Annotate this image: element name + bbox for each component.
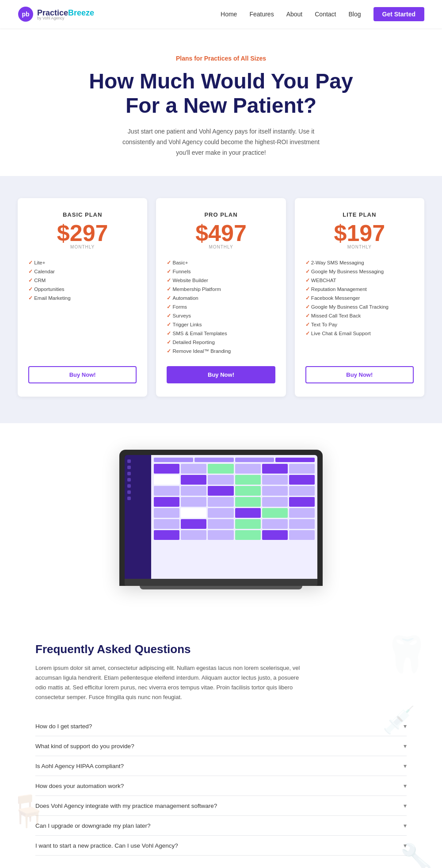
sidebar-dot [127,466,131,469]
chevron-down-icon: ▾ [404,802,407,809]
feature-item: 2-Way SMS Messaging [305,258,414,267]
grid-cell [289,519,315,529]
laptop-base [125,579,317,586]
hero-description: Just start one patient and Vohl Agency p… [115,126,327,158]
grid-cell [235,464,261,474]
grid-cell [181,475,206,485]
grid-cell [208,475,233,485]
grid-cell [154,497,179,507]
nav-features[interactable]: Features [249,11,274,18]
grid-cell [235,519,261,529]
plan-price-basic: $297 [28,222,137,245]
grid-cell [262,519,288,529]
grid-cell [262,508,288,518]
plan-period-lite: MONTHLY [305,245,414,249]
faq-section: 🦷 🪑 💉 🔧 Frequently Asked Questions Lorem… [0,616,442,868]
faq-question[interactable]: Does Vohl Agency integrate with my pract… [35,802,407,809]
sidebar-dot [127,490,131,494]
deco-tooth-icon: 🦷 [385,634,429,675]
grid-cell [181,497,206,507]
chevron-down-icon: ▾ [404,742,407,749]
grid-cell [262,475,288,485]
grid-cell [289,508,315,518]
plan-name-basic: BASIC PLAN [28,211,137,218]
plan-name-pro: PRO PLAN [167,211,275,218]
faq-question[interactable]: Can I upgrade or downgrade my plan later… [35,822,407,829]
screen-main-area [151,455,317,579]
feature-item: WEBCHAT [305,276,414,285]
feature-item: Lite+ [28,258,137,267]
grid-cell [154,486,179,496]
chevron-down-icon: ▾ [404,782,407,789]
laptop-mockup [119,450,323,589]
grid-cell [235,530,261,540]
hero-section: Plans for Practices of All Sizes How Muc… [0,28,442,176]
sidebar-dot [127,459,131,463]
screen-topbar [154,458,315,462]
buy-btn-pro[interactable]: Buy Now! [167,366,275,383]
feature-item: Google My Business Call Tracking [305,302,414,311]
grid-cell [289,530,315,540]
hero-title: How Much Would You Pay For a New Patient… [18,69,424,118]
feature-item: Calendar [28,267,137,276]
grid-cell [289,464,315,474]
logo-icon: pb [18,6,34,22]
screen-sidebar [125,455,151,579]
sidebar-dot [127,478,131,482]
grid-cell [181,486,206,496]
header: pb PracticeBreeze by Vohl Agency Home Fe… [0,0,442,28]
sidebar-dot [127,484,131,488]
plan-price-lite: $197 [305,222,414,245]
sidebar-dot [127,497,131,500]
grid-cell [262,530,288,540]
faq-item: What kind of support do you provide? ▾ [35,736,407,756]
feature-item: Remove Ideal™ Branding [167,347,275,356]
nav-contact[interactable]: Contact [315,11,336,18]
faq-question[interactable]: How do I get started? ▾ [35,723,407,730]
plan-period-pro: MONTHLY [167,245,275,249]
topbar-btn [235,458,274,462]
grid-cell [235,486,261,496]
deco-syringe-icon: 💉 [382,704,415,736]
topbar-btn [154,458,193,462]
feature-item: Text To Pay [305,320,414,329]
features-list-lite: 2-Way SMS Messaging Google My Business M… [305,258,414,356]
faq-question[interactable]: I want to start a new practice. Can I us… [35,842,407,849]
faq-question[interactable]: What kind of support do you provide? ▾ [35,742,407,749]
sidebar-dot [127,472,131,475]
grid-cell [154,464,179,474]
features-list-basic: Lite+ Calendar CRM Opportunities Email M… [28,258,137,356]
pricing-card-lite: LITE PLAN $197 MONTHLY 2-Way SMS Messagi… [295,198,424,397]
nav-about[interactable]: About [286,11,303,18]
buy-btn-lite[interactable]: Buy Now! [305,366,414,383]
feature-item: Email Marketing [28,294,137,302]
feature-item: Trigger Links [167,320,275,329]
feature-item: Live Chat & Email Support [305,329,414,338]
grid-cell [181,464,206,474]
grid-cell [289,475,315,485]
svg-text:pb: pb [22,11,29,18]
nav-blog[interactable]: Blog [349,11,361,18]
pricing-section: BASIC PLAN $297 MONTHLY Lite+ Calendar C… [0,176,442,423]
plan-name-lite: LITE PLAN [305,211,414,218]
laptop-outer [119,450,323,586]
grid-cell [208,530,233,540]
plan-price-pro: $497 [167,222,275,245]
faq-item: Does Vohl Agency integrate with my pract… [35,796,407,816]
nav-get-started[interactable]: Get Started [373,7,424,21]
laptop-foot [140,586,302,589]
feature-item: Google My Business Messaging [305,267,414,276]
grid-cell [235,475,261,485]
feature-item: Facebook Messenger [305,294,414,302]
hero-subtitle: Plans for Practices of All Sizes [18,55,424,62]
nav-home[interactable]: Home [221,11,237,18]
faq-question[interactable]: How does your automation work? ▾ [35,782,407,789]
faq-question[interactable]: Is Aohl Agency HIPAA compliant? ▾ [35,762,407,769]
buy-btn-basic[interactable]: Buy Now! [28,366,137,383]
grid-cell [262,486,288,496]
laptop-screen [125,455,317,579]
plan-period-basic: MONTHLY [28,245,137,249]
pricing-card-basic: BASIC PLAN $297 MONTHLY Lite+ Calendar C… [18,198,147,397]
grid-cell [208,486,233,496]
feature-item: CRM [28,276,137,285]
